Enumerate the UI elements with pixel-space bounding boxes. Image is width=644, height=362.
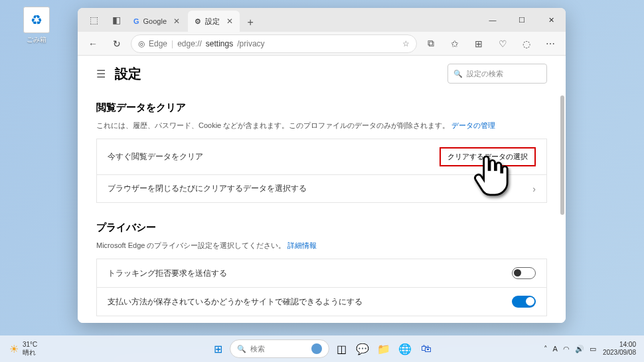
settings-page: ☰ 設定 🔍 設定の検索 閲覧データをクリア これには、履歴、パスワード、Coo… (78, 56, 566, 323)
store-icon[interactable]: 🛍 (417, 339, 436, 358)
manage-data-link[interactable]: データの管理 (451, 121, 495, 129)
edge-icon[interactable]: 🌐 (396, 339, 414, 358)
volume-icon[interactable]: 🔊 (575, 345, 584, 353)
temperature: 31°C (23, 341, 37, 348)
chevron-right-icon: › (532, 184, 536, 194)
taskbar-search[interactable]: 🔍 検索 (230, 339, 329, 358)
menu-icon[interactable]: ☰ (96, 68, 106, 80)
gear-icon: ⚙ (195, 17, 201, 26)
tab-actions-icon[interactable]: ◧ (106, 9, 127, 30)
url-suffix: /privacy (237, 39, 264, 48)
row-label: トラッキング拒否要求を送信する (108, 268, 227, 279)
privacy-details-link[interactable]: 詳細情報 (287, 241, 317, 249)
wellness-icon[interactable]: ♡ (493, 34, 513, 54)
close-icon[interactable]: ✕ (226, 17, 233, 26)
more-icon[interactable]: ⋯ (540, 34, 560, 54)
clear-now-row: 今すぐ閲覧データをクリア クリアするデータの選択 (96, 139, 547, 175)
sun-icon: ☀ (9, 343, 19, 355)
profile-icon[interactable]: ◌ (517, 34, 536, 54)
chat-icon[interactable]: 💬 (353, 339, 372, 358)
time: 14:00 (603, 341, 636, 349)
section-description: Microsoft Edge のプライバシー設定を選択してください。 詳細情報 (96, 241, 547, 251)
ime-indicator[interactable]: A (553, 345, 558, 353)
settings-search-input[interactable]: 🔍 設定の検索 (447, 64, 547, 84)
search-icon: 🔍 (453, 70, 463, 78)
chevron-up-icon[interactable]: ˄ (544, 345, 548, 353)
taskbar: ☀ 31°C 晴れ ⊞ 🔍 検索 ◫ 💬 📁 🌐 🛍 ˄ A ◠ 🔊 ▭ 14:… (0, 335, 644, 362)
start-button[interactable]: ⊞ (208, 339, 227, 358)
tab-google[interactable]: G Google ✕ (127, 11, 187, 32)
tab-label: Google (143, 17, 167, 25)
clear-on-close-row[interactable]: ブラウザーを閉じるたびにクリアするデータを選択する › (96, 175, 547, 203)
edge-icon: ◎ (138, 39, 145, 48)
tab-settings[interactable]: ⚙ 設定 ✕ (188, 11, 240, 32)
tab-label: 設定 (205, 17, 220, 27)
google-favicon-icon: G (133, 17, 139, 25)
page-title: 設定 (115, 65, 141, 83)
section-description: これには、履歴、パスワード、Cookie などが含まれます。このプロファイルのデ… (96, 121, 547, 131)
clear-data-section: 閲覧データをクリア これには、履歴、パスワード、Cookie などが含まれます。… (96, 101, 547, 203)
weather-widget[interactable]: ☀ 31°C 晴れ (0, 341, 37, 357)
search-placeholder: 検索 (250, 344, 265, 354)
clock[interactable]: 14:00 2023/09/08 (603, 341, 636, 357)
url-bold: settings (206, 39, 233, 48)
back-button[interactable]: ← (83, 34, 103, 54)
search-placeholder: 設定の検索 (467, 69, 503, 79)
explorer-icon[interactable]: 📁 (374, 339, 393, 358)
recycle-bin-label: ごみ箱 (20, 35, 53, 44)
weather-label: 晴れ (23, 348, 37, 357)
section-heading: 閲覧データをクリア (96, 101, 547, 114)
search-icon: 🔍 (237, 345, 246, 353)
scrollbar[interactable] (560, 95, 564, 215)
minimize-button[interactable]: — (478, 8, 507, 32)
tab-strip: G Google ✕ ⚙ 設定 ✕ + (127, 8, 478, 32)
dnt-toggle[interactable] (512, 267, 536, 279)
favorites-icon[interactable]: ✩ (445, 34, 465, 54)
address-bar-row: ← ↻ ◎ Edge | edge://settings/privacy ☆ ⧉… (78, 32, 566, 56)
privacy-section: プライバシー Microsoft Edge のプライバシー設定を選択してください… (96, 221, 547, 316)
reader-icon[interactable]: ⧉ (421, 34, 441, 54)
task-view-icon[interactable]: ◫ (332, 339, 351, 358)
row-label: 支払い方法が保存されているかどうかをサイトで確認できるようにする (108, 296, 362, 308)
refresh-button[interactable]: ↻ (107, 34, 127, 54)
row-label: ブラウザーを閉じるたびにクリアするデータを選択する (108, 183, 307, 194)
recycle-bin-icon: ♻ (23, 7, 50, 33)
battery-icon[interactable]: ▭ (590, 345, 596, 353)
recycle-bin[interactable]: ♻ ごみ箱 (20, 7, 53, 44)
new-tab-button[interactable]: + (241, 13, 260, 32)
maximize-button[interactable]: ☐ (507, 8, 536, 32)
titlebar: ⬚ ◧ G Google ✕ ⚙ 設定 ✕ + — ☐ ✕ (78, 8, 566, 32)
date: 2023/09/08 (603, 349, 636, 357)
close-icon[interactable]: ✕ (173, 17, 180, 26)
workspace-icon[interactable]: ⬚ (83, 9, 104, 30)
edge-browser-window: ⬚ ◧ G Google ✕ ⚙ 設定 ✕ + — ☐ ✕ ← ↻ ◎ (78, 8, 566, 323)
close-button[interactable]: ✕ (536, 8, 566, 32)
payment-toggle[interactable] (512, 296, 536, 308)
choose-data-button[interactable]: クリアするデータの選択 (440, 147, 536, 166)
dnt-row: トラッキング拒否要求を送信する (96, 259, 547, 288)
address-bar[interactable]: ◎ Edge | edge://settings/privacy ☆ (131, 34, 417, 53)
url-host: Edge (149, 39, 167, 48)
url-prefix: edge:// (177, 39, 202, 48)
favorite-star-icon[interactable]: ☆ (402, 39, 410, 48)
section-heading: プライバシー (96, 221, 547, 234)
payment-check-row: 支払い方法が保存されているかどうかをサイトで確認できるようにする (96, 288, 547, 316)
bing-icon (311, 343, 322, 354)
wifi-icon[interactable]: ◠ (563, 345, 570, 353)
collections-icon[interactable]: ⊞ (469, 34, 489, 54)
row-label: 今すぐ閲覧データをクリア (108, 151, 203, 162)
